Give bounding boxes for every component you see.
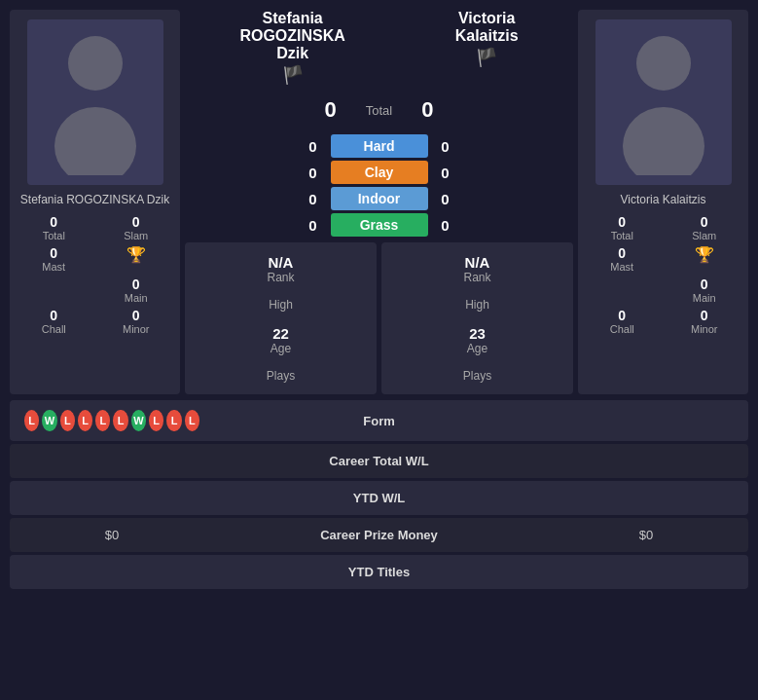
form-badge-7: W [131, 410, 146, 431]
player2-trophy-cell: 🏆 [666, 245, 744, 273]
player2-stats-panel: N/A Rank High 23 Age Plays [381, 242, 573, 394]
main-container: Stefania ROGOZINSKA Dzik 0 Total 0 Slam … [0, 0, 758, 602]
player1-stats-panel: N/A Rank High 22 Age Plays [185, 242, 377, 394]
p2-plays: Plays [389, 369, 565, 383]
trophy-icon-player2: 🏆 [695, 245, 714, 264]
player2-mast-stat: 0 Mast [583, 245, 662, 273]
bottom-section: L W L L L L W L L L Form Career Total W/… [10, 400, 748, 589]
form-badge-5: L [95, 410, 110, 431]
form-badge-8: L [149, 410, 163, 431]
form-badges: L W L L L L W L L L [24, 410, 199, 431]
score-right: 0 [421, 97, 433, 123]
clay-row: 0 Clay 0 [185, 161, 573, 184]
player2-avatar [596, 19, 732, 185]
middle-section: StefaniaROGOZINSKADzik 🏴 VictoriaKalaitz… [180, 10, 578, 394]
player1-main-stat: 0 Main [97, 276, 176, 304]
player1-trophy-cell: 🏆 [97, 245, 176, 273]
player2-header-name: VictoriaKalaitzis 🏴 [455, 10, 519, 86]
player1-header-name: StefaniaROGOZINSKADzik 🏴 [239, 10, 344, 86]
player1-chall-stat: 0 Chall [15, 308, 93, 335]
prize-row: $0 Career Prize Money $0 [10, 518, 748, 552]
player1-stats-grid-2: 0 Chall 0 Minor [15, 308, 175, 335]
indoor-row: 0 Indoor 0 [185, 187, 573, 210]
player1-total-stat: 0 Total [15, 214, 93, 241]
grass-row: 0 Grass 0 [185, 213, 573, 237]
player2-flag: 🏴 [455, 47, 519, 68]
ytd-wl-row: YTD W/L [10, 481, 748, 515]
total-score-row: 0 Total 0 [325, 92, 434, 129]
form-badges-container: L W L L L L W L L L [24, 410, 199, 431]
indoor-badge: Indoor [331, 187, 428, 210]
form-badge-2: W [42, 410, 56, 431]
players-row: Stefania ROGOZINSKA Dzik 0 Total 0 Slam … [10, 10, 748, 394]
player2-minor-stat: 0 Minor [666, 308, 744, 335]
player1-prize: $0 [24, 528, 199, 542]
total-label: Total [366, 103, 392, 118]
hard-row: 0 Hard 0 [185, 134, 573, 158]
player2-stats-grid-2: 0 Chall 0 Minor [583, 308, 743, 335]
ytd-wl-label: YTD W/L [199, 491, 559, 505]
form-badge-6: L [113, 410, 127, 431]
form-badge-4: L [78, 410, 92, 431]
career-wl-label: Career Total W/L [199, 454, 559, 468]
ytd-titles-row: YTD Titles [10, 555, 748, 589]
form-badge-1: L [24, 410, 39, 431]
player-names-header: StefaniaROGOZINSKADzik 🏴 VictoriaKalaitz… [185, 10, 573, 86]
player1-slam-stat: 0 Slam [97, 214, 176, 241]
svg-point-1 [54, 107, 136, 175]
svg-point-2 [636, 36, 691, 91]
form-label: Form [199, 414, 559, 428]
form-badge-9: L [166, 410, 181, 431]
grass-badge: Grass [331, 213, 428, 237]
player2-stats-grid: 0 Total 0 Slam 0 Mast 🏆 0 Main [583, 214, 743, 304]
form-badge-3: L [60, 410, 75, 431]
player2-main-stat: 0 Main [666, 276, 744, 304]
svg-point-0 [68, 36, 123, 91]
player1-name: Stefania ROGOZINSKA Dzik [20, 193, 169, 206]
player1-minor-stat: 0 Minor [97, 308, 176, 335]
trophy-icon-player1: 🏆 [126, 245, 146, 264]
p1-high: High [193, 298, 369, 312]
p2-age: 23 Age [389, 325, 565, 355]
p1-plays: Plays [193, 369, 369, 383]
player2-name: Victoria Kalaitzis [621, 193, 706, 206]
player2-chall-stat: 0 Chall [583, 308, 662, 335]
player2-prize: $0 [559, 528, 734, 542]
player1-avatar [27, 19, 163, 185]
hard-badge: Hard [331, 134, 428, 158]
score-left: 0 [325, 97, 337, 123]
p2-high: High [389, 298, 565, 312]
player1-mast-stat: 0 Mast [15, 245, 93, 273]
p1-rank: N/A Rank [193, 254, 369, 284]
player1-card: Stefania ROGOZINSKA Dzik 0 Total 0 Slam … [10, 10, 180, 394]
p2-rank: N/A Rank [389, 254, 565, 284]
player2-card: Victoria Kalaitzis 0 Total 0 Slam 0 Mast… [578, 10, 748, 394]
prize-label: Career Prize Money [199, 528, 559, 542]
player2-total-stat: 0 Total [583, 214, 662, 241]
ytd-titles-label: YTD Titles [199, 565, 559, 579]
stats-panels: N/A Rank High 22 Age Plays [185, 242, 573, 394]
career-wl-row: Career Total W/L [10, 444, 748, 478]
p1-age: 22 Age [193, 325, 369, 355]
form-row: L W L L L L W L L L Form [10, 400, 748, 441]
player1-flag: 🏴 [239, 64, 344, 86]
player2-slam-stat: 0 Slam [666, 214, 744, 241]
clay-badge: Clay [331, 161, 428, 184]
player1-stats-grid: 0 Total 0 Slam 0 Mast 🏆 0 Main [15, 214, 175, 304]
surface-rows: 0 Hard 0 0 Clay 0 0 Indoor 0 0 Grass [185, 134, 573, 237]
form-badge-10: L [185, 410, 199, 431]
svg-point-3 [623, 107, 704, 175]
